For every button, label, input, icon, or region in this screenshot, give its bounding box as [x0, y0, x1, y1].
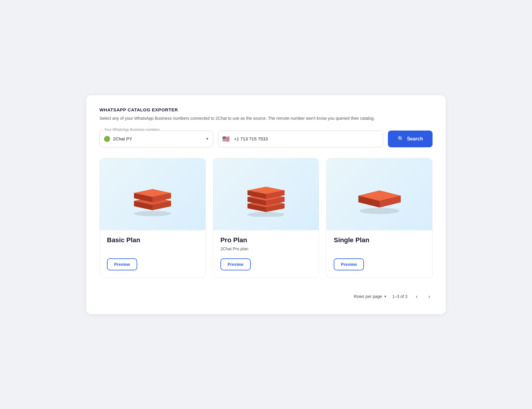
cards-grid: Basic Plan Preview: [99, 158, 433, 278]
phone-input-wrapper: 🇺🇸: [218, 131, 383, 147]
pagination-row: Rows per page ▾ 1–3 of 3 ‹ ›: [99, 290, 433, 301]
card-pro-plan-body: Pro Plan 2Chat Pro plan Preview: [213, 230, 319, 278]
controls-row: Your WhatsApp Business numbers 🟢 2Chat P…: [99, 131, 433, 147]
card-single-plan-image: [327, 158, 432, 230]
phone-input[interactable]: [218, 131, 383, 147]
card-basic-plan-title: Basic Plan: [107, 236, 198, 244]
flag-icon: 🇺🇸: [222, 135, 230, 143]
card-single-plan-body: Single Plan Preview: [327, 230, 432, 278]
search-icon: 🔍: [398, 136, 404, 142]
card-basic-plan-preview-button[interactable]: Preview: [107, 258, 137, 270]
rows-per-page-control[interactable]: Rows per page ▾: [354, 294, 386, 299]
pagination-next-button[interactable]: ›: [426, 292, 433, 301]
whatsapp-number-select[interactable]: 2Chat PY: [99, 131, 213, 147]
whatsapp-number-select-wrapper: Your WhatsApp Business numbers 🟢 2Chat P…: [99, 131, 213, 147]
card-single-plan-preview-button[interactable]: Preview: [334, 258, 364, 270]
whatsapp-number-label: Your WhatsApp Business numbers: [103, 128, 161, 132]
page-title: WHATSAPP CATALOG EXPORTER: [99, 107, 433, 112]
card-pro-plan-preview-button[interactable]: Preview: [220, 258, 251, 270]
card-pro-plan-subtitle: 2Chat Pro plan: [220, 246, 312, 252]
card-basic-plan-body: Basic Plan Preview: [100, 230, 205, 278]
search-button[interactable]: 🔍 Search: [388, 131, 433, 147]
main-container: WHATSAPP CATALOG EXPORTER Select any of …: [86, 95, 446, 314]
single-plan-stack-icon: [353, 172, 406, 217]
card-basic-plan-subtitle: [107, 246, 198, 252]
card-pro-plan: Pro Plan 2Chat Pro plan Preview: [213, 158, 319, 278]
card-basic-plan-image: [100, 158, 205, 230]
search-button-label: Search: [407, 136, 423, 142]
card-pro-plan-title: Pro Plan: [220, 236, 312, 244]
page-info: 1–3 of 3: [392, 294, 407, 299]
basic-plan-stack-icon: [126, 172, 179, 217]
card-single-plan: Single Plan Preview: [326, 158, 433, 278]
card-single-plan-subtitle: [334, 246, 425, 252]
pro-plan-stack-icon: [239, 172, 293, 217]
svg-point-0: [134, 211, 171, 216]
card-single-plan-title: Single Plan: [334, 236, 425, 244]
svg-point-1: [247, 212, 285, 217]
pagination-prev-button[interactable]: ‹: [413, 292, 420, 301]
rows-per-page-label: Rows per page: [354, 294, 382, 299]
card-pro-plan-image: [213, 158, 319, 230]
whatsapp-icon: 🟢: [104, 136, 110, 142]
page-description: Select any of your WhatsApp Business num…: [99, 115, 433, 122]
svg-point-2: [359, 208, 399, 214]
rows-chevron-icon[interactable]: ▾: [384, 294, 386, 299]
card-basic-plan: Basic Plan Preview: [99, 158, 206, 278]
